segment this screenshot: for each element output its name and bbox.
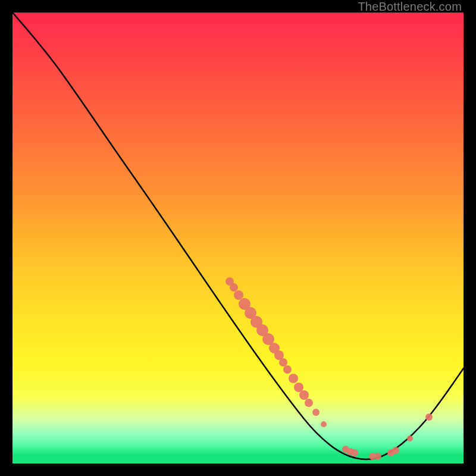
bottleneck-curve xyxy=(12,12,464,459)
marker-dot xyxy=(374,453,381,460)
marker-dot xyxy=(279,358,287,367)
watermark-label: TheBottleneck.com xyxy=(358,0,462,14)
marker-dot xyxy=(392,447,399,454)
gradient-plot-area xyxy=(12,12,464,464)
marker-dot xyxy=(283,365,292,374)
marker-dot xyxy=(299,390,309,400)
marker-dot xyxy=(425,414,433,421)
marker-dot xyxy=(312,409,320,416)
chart-stage: TheBottleneck.com xyxy=(0,0,476,476)
marker-dot xyxy=(351,449,358,456)
marker-dot xyxy=(407,436,413,441)
marker-dot xyxy=(234,290,243,300)
marker-dot xyxy=(294,383,303,392)
marker-dots xyxy=(226,277,433,460)
marker-dot xyxy=(289,374,298,383)
marker-dot xyxy=(230,283,238,292)
curve-svg xyxy=(12,12,464,464)
marker-dot xyxy=(305,399,313,407)
marker-dot xyxy=(321,421,327,427)
